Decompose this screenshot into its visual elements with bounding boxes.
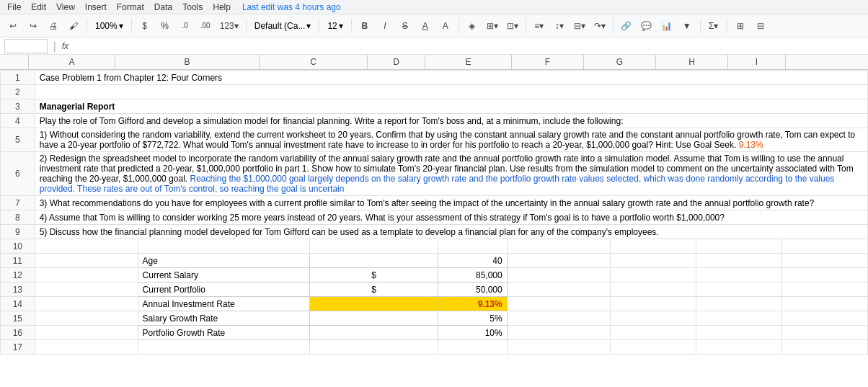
print-button[interactable]: 🖨 bbox=[45, 17, 62, 35]
empty-a17 bbox=[35, 340, 138, 355]
col-header-c[interactable]: C bbox=[260, 55, 368, 69]
data-val-portfolio-growth[interactable]: 10% bbox=[438, 326, 507, 340]
cell-reference-box[interactable] bbox=[4, 39, 48, 53]
row-num-corner bbox=[0, 55, 29, 69]
font-size-dropdown[interactable]: 12 ▾ bbox=[324, 17, 346, 35]
menu-data[interactable]: Data bbox=[150, 1, 177, 14]
menu-file[interactable]: File bbox=[3, 1, 25, 14]
row-number: 12 bbox=[1, 268, 35, 283]
formula-input[interactable] bbox=[74, 41, 864, 51]
empty-e10 bbox=[507, 239, 610, 254]
filter-button[interactable]: ▼ bbox=[678, 17, 696, 35]
empty-e11 bbox=[507, 254, 610, 268]
italic-button[interactable]: I bbox=[376, 17, 394, 35]
explore-button[interactable]: ⊞ bbox=[732, 17, 749, 35]
font-dropdown[interactable]: Default (Ca... ▾ bbox=[251, 17, 315, 35]
empty-g10 bbox=[696, 239, 781, 254]
data-val-age[interactable]: 40 bbox=[438, 254, 507, 268]
paint-format-button[interactable]: 🖌 bbox=[65, 17, 82, 35]
empty-a13 bbox=[35, 283, 138, 297]
item4-cell[interactable]: 4) Assume that Tom is willing to conside… bbox=[35, 210, 867, 225]
data-label-salary[interactable]: Current Salary bbox=[138, 268, 309, 283]
comment-button[interactable]: 💬 bbox=[638, 17, 655, 35]
section-title-cell[interactable]: Managerial Report bbox=[35, 99, 867, 114]
data-val-portfolio[interactable]: 50,000 bbox=[438, 283, 507, 297]
number-format-button[interactable]: 123▾ bbox=[217, 17, 242, 35]
col-header-g[interactable]: G bbox=[584, 55, 656, 69]
col-header-a[interactable]: A bbox=[29, 55, 115, 69]
row-number: 7 bbox=[1, 196, 35, 210]
merge-button[interactable]: ⊡▾ bbox=[504, 17, 521, 35]
underline-button[interactable]: A bbox=[417, 17, 434, 35]
empty-c17 bbox=[309, 340, 438, 355]
table-row: 2 bbox=[1, 85, 868, 99]
data-label-salary-growth[interactable]: Salary Growth Rate bbox=[138, 311, 309, 326]
valign-button[interactable]: ↕▾ bbox=[551, 17, 568, 35]
row-number: 10 bbox=[1, 239, 35, 254]
separator-7 bbox=[526, 19, 526, 33]
menu-insert[interactable]: Insert bbox=[81, 1, 111, 14]
strikethrough-button[interactable]: S bbox=[397, 17, 414, 35]
data-label-investment[interactable]: Annual Investment Rate bbox=[138, 297, 309, 311]
bold-button[interactable]: B bbox=[356, 17, 373, 35]
text-color-button[interactable]: A bbox=[437, 17, 454, 35]
data-label-portfolio[interactable]: Current Portfolio bbox=[138, 283, 309, 297]
wrap-button[interactable]: ⊟▾ bbox=[571, 17, 588, 35]
empty-f10 bbox=[610, 239, 696, 254]
sheets-button[interactable]: ⊟ bbox=[752, 17, 769, 35]
col-header-h[interactable]: H bbox=[656, 55, 728, 69]
data-val-salary[interactable]: 85,000 bbox=[438, 268, 507, 283]
item1-cell[interactable]: 1) Without considering the random variab… bbox=[35, 128, 867, 152]
data-label-age[interactable]: Age bbox=[138, 254, 309, 268]
empty-row-2 bbox=[35, 85, 867, 99]
empty-a11 bbox=[35, 254, 138, 268]
last-edit-link[interactable]: Last edit was 4 hours ago bbox=[242, 2, 341, 12]
font-arrow-icon: ▾ bbox=[306, 21, 311, 31]
col-header-i[interactable]: I bbox=[728, 55, 786, 69]
empty-c10 bbox=[309, 239, 438, 254]
data-val-investment[interactable]: 9.13% bbox=[438, 297, 507, 311]
empty-e12 bbox=[507, 268, 610, 283]
decimal-decrease-button[interactable]: .0 bbox=[177, 17, 194, 35]
table-row: 3 Managerial Report bbox=[1, 99, 868, 114]
link-button[interactable]: 🔗 bbox=[618, 17, 635, 35]
zoom-dropdown[interactable]: 100% ▾ bbox=[92, 17, 127, 35]
borders-button[interactable]: ⊞▾ bbox=[484, 17, 501, 35]
percent-button[interactable]: % bbox=[156, 17, 174, 35]
rotate-button[interactable]: ↷▾ bbox=[591, 17, 608, 35]
col-header-e[interactable]: E bbox=[425, 55, 512, 69]
row-number: 14 bbox=[1, 297, 35, 311]
menu-help[interactable]: Help bbox=[208, 1, 235, 14]
row-number: 5 bbox=[1, 128, 35, 152]
empty-f12 bbox=[610, 268, 696, 283]
col-header-d[interactable]: D bbox=[368, 55, 425, 69]
menu-edit[interactable]: Edit bbox=[27, 1, 50, 14]
paragraph1-cell[interactable]: Play the role of Tom Gifford and develop… bbox=[35, 114, 867, 128]
menu-format[interactable]: Format bbox=[112, 1, 149, 14]
currency-button[interactable]: $ bbox=[136, 17, 154, 35]
undo-button[interactable]: ↩ bbox=[4, 17, 22, 35]
row-number: 17 bbox=[1, 340, 35, 355]
chart-button[interactable]: 📊 bbox=[658, 17, 676, 35]
col-header-b[interactable]: B bbox=[115, 55, 260, 69]
table-row: 1 Case Problem 1 from Chapter 12: Four C… bbox=[1, 71, 868, 85]
table-row: 14 Annual Investment Rate 9.13% bbox=[1, 297, 868, 311]
align-button[interactable]: ≡▾ bbox=[531, 17, 548, 35]
function-button[interactable]: Σ▾ bbox=[705, 17, 722, 35]
col-header-f[interactable]: F bbox=[512, 55, 584, 69]
item3-cell[interactable]: 3) What recommendations do you have for … bbox=[35, 196, 867, 210]
empty-g13 bbox=[696, 283, 781, 297]
fill-color-button[interactable]: ◈ bbox=[464, 17, 481, 35]
table-row: 13 Current Portfolio $ 50,000 bbox=[1, 283, 868, 297]
title-cell[interactable]: Case Problem 1 from Chapter 12: Four Cor… bbox=[35, 71, 867, 85]
item2-cell[interactable]: 2) Redesign the spreadsheet model to inc… bbox=[35, 152, 867, 196]
menu-tools[interactable]: Tools bbox=[178, 1, 207, 14]
data-label-portfolio-growth[interactable]: Portfolio Growth Rate bbox=[138, 326, 309, 340]
empty-h12 bbox=[781, 268, 867, 283]
menu-view[interactable]: View bbox=[52, 1, 79, 14]
data-val-salary-growth[interactable]: 5% bbox=[438, 311, 507, 326]
redo-button[interactable]: ↪ bbox=[25, 17, 42, 35]
separator-4 bbox=[319, 19, 319, 33]
item5-cell[interactable]: 5) Discuss how the financial planning mo… bbox=[35, 225, 867, 239]
decimal-increase-button[interactable]: .00 bbox=[197, 17, 214, 35]
